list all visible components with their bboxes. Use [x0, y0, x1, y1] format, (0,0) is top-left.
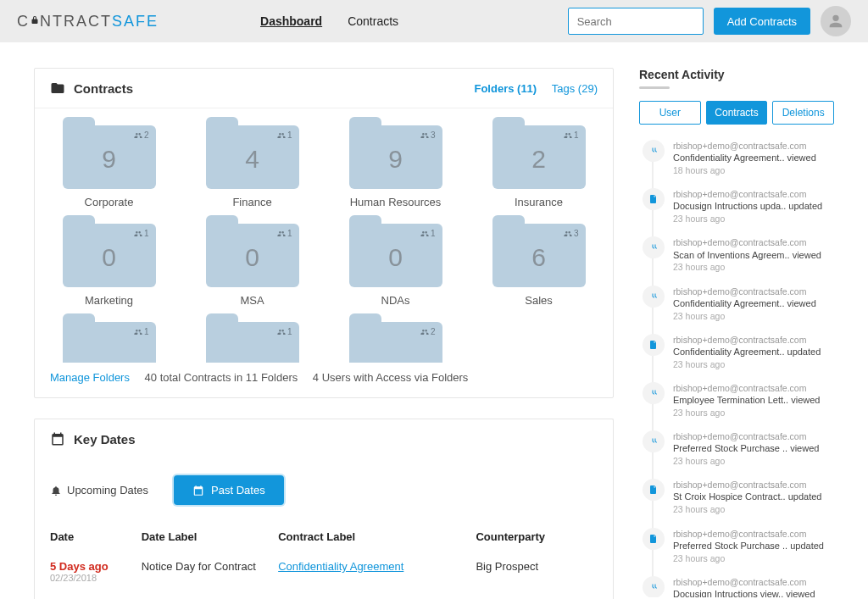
activity-email: rbishop+demo@contractsafe.com: [673, 479, 821, 491]
folder-user-count: 1: [134, 327, 149, 336]
avatar[interactable]: [821, 6, 851, 36]
activity-email: rbishop+demo@contractsafe.com: [673, 334, 821, 346]
folder-count: 0: [102, 242, 116, 271]
activity-email: rbishop+demo@contractsafe.com: [673, 236, 821, 248]
user-icon: [826, 12, 845, 31]
activity-item[interactable]: rbishop+demo@contractsafe.com Docusign I…: [643, 188, 834, 225]
nav-contracts[interactable]: Contracts: [348, 14, 398, 28]
activity-email: rbishop+demo@contractsafe.com: [673, 528, 824, 540]
tab-upcoming-dates[interactable]: Upcoming Dates: [50, 484, 148, 496]
activity-tab-user[interactable]: User: [639, 101, 701, 125]
folder-item[interactable]: 1 0 Marketing: [50, 224, 168, 307]
folder-label: Sales: [480, 294, 598, 307]
activity-time: 23 hours ago: [673, 310, 816, 322]
col-counterparty: Counterparty: [476, 530, 598, 543]
binoculars-icon: [643, 430, 665, 452]
search-input[interactable]: [568, 8, 704, 35]
tab-past-dates[interactable]: Past Dates: [174, 475, 284, 505]
activity-desc: Scan of Inventions Agreem.. viewed: [673, 249, 821, 262]
date-when: 5 Days ago: [50, 560, 142, 573]
activity-item[interactable]: rbishop+demo@contractsafe.com Employee T…: [643, 382, 834, 419]
activity-email: rbishop+demo@contractsafe.com: [673, 576, 815, 588]
folder-item[interactable]: 1 2 Insurance: [480, 125, 598, 208]
activity-time: 23 hours ago: [673, 358, 821, 370]
activity-time: 23 hours ago: [673, 503, 821, 515]
contract-link[interactable]: Confidentiality Agreement: [278, 560, 403, 573]
folder-item[interactable]: 3 9 Human Resources: [337, 125, 454, 208]
folder-user-count: 1: [277, 229, 292, 238]
activity-email: rbishop+demo@contractsafe.com: [673, 430, 819, 442]
key-dates-title: Key Dates: [74, 432, 136, 446]
folder-label: Corporate: [50, 196, 168, 208]
folder-item[interactable]: 2: [337, 322, 454, 363]
folder-count: 2: [531, 144, 546, 173]
folder-item[interactable]: 3 6 Sales: [480, 224, 598, 307]
bell-icon: [50, 485, 62, 496]
nav-dashboard[interactable]: Dashboard: [260, 14, 322, 28]
activity-item[interactable]: rbishop+demo@contractsafe.com Confidenti…: [643, 286, 834, 322]
folder-label: MSA: [193, 294, 311, 307]
contracts-title: Contracts: [74, 81, 133, 96]
manage-folders-link[interactable]: Manage Folders: [50, 371, 130, 384]
activity-desc: St Croix Hospice Contract.. updated: [673, 491, 821, 503]
activity-time: 23 hours ago: [673, 213, 822, 225]
activity-item[interactable]: rbishop+demo@contractsafe.com Scan of In…: [643, 236, 834, 273]
folder-item[interactable]: 1 0 MSA: [193, 224, 311, 307]
folder-user-count: 3: [420, 130, 436, 140]
folder-label: Finance: [193, 196, 311, 208]
activity-item[interactable]: rbishop+demo@contractsafe.com Preferred …: [643, 430, 834, 467]
activity-tab-contracts[interactable]: Contracts: [706, 101, 768, 125]
activity-time: 23 hours ago: [673, 552, 824, 564]
col-date-label: Date Label: [142, 530, 279, 543]
activity-email: rbishop+demo@contractsafe.com: [673, 188, 822, 200]
folder-item[interactable]: 1 4 Finance: [193, 125, 311, 208]
date-row: 5 Days ago02/23/2018 Notice Day for Cont…: [50, 552, 598, 591]
add-contracts-button[interactable]: Add Contracts: [714, 8, 810, 35]
activity-desc: Docusign Intructions view.. viewed: [673, 588, 815, 597]
date-label: Notice Day for Contract: [142, 560, 279, 573]
col-contract-label: Contract Label: [278, 530, 476, 543]
folder-item[interactable]: 1 0 NDAs: [337, 224, 454, 307]
folder-count: 0: [388, 242, 403, 271]
document-icon: [643, 188, 665, 210]
date-row: 2 Weeks ago02/14/2018 Termination Date S…: [50, 591, 598, 599]
folder-icon: [50, 80, 65, 96]
activity-time: 18 hours ago: [673, 164, 816, 176]
activity-email: rbishop+demo@contractsafe.com: [673, 140, 816, 152]
folder-item[interactable]: 1: [193, 322, 311, 363]
recent-activity-sidebar: Recent Activity User Contracts Deletions…: [639, 68, 834, 599]
folder-count: 9: [102, 144, 116, 173]
counterparty: Big Prospect: [476, 560, 598, 573]
folder-label: Insurance: [480, 196, 598, 208]
folders-link[interactable]: Folders (11): [474, 82, 537, 95]
folder-label: Marketing: [50, 294, 168, 307]
activity-item[interactable]: rbishop+demo@contractsafe.com Confidenti…: [643, 140, 834, 176]
binoculars-icon: [643, 286, 665, 308]
tags-link[interactable]: Tags (29): [552, 82, 598, 95]
folder-count: 6: [531, 242, 546, 271]
activity-item[interactable]: rbishop+demo@contractsafe.com Docusign I…: [643, 576, 834, 597]
folder-user-count: 1: [564, 130, 579, 140]
activity-item[interactable]: rbishop+demo@contractsafe.com St Croix H…: [643, 479, 834, 515]
folder-user-count: 1: [277, 130, 292, 140]
document-icon: [643, 528, 665, 550]
activity-desc: Employee Termination Lett.. viewed: [673, 394, 820, 407]
folder-label: Human Resources: [337, 196, 454, 208]
calendar-icon: [50, 431, 65, 446]
activity-item[interactable]: rbishop+demo@contractsafe.com Confidenti…: [643, 334, 834, 370]
activity-desc: Preferred Stock Purchase .. viewed: [673, 442, 819, 455]
folder-label: NDAs: [337, 294, 454, 307]
document-icon: [643, 479, 665, 501]
binoculars-icon: [643, 236, 665, 258]
activity-time: 23 hours ago: [673, 261, 821, 273]
folder-user-count: 2: [420, 327, 436, 336]
folder-count: 9: [388, 144, 403, 173]
folder-user-count: 1: [420, 229, 436, 238]
calendar-small-icon: [192, 485, 204, 496]
activity-item[interactable]: rbishop+demo@contractsafe.com Preferred …: [643, 528, 834, 564]
folder-item[interactable]: 2 9 Corporate: [50, 125, 168, 208]
folder-item[interactable]: 1: [50, 322, 168, 363]
col-date: Date: [50, 530, 142, 543]
activity-tab-deletions[interactable]: Deletions: [772, 101, 834, 125]
folder-user-count: 1: [277, 327, 292, 336]
